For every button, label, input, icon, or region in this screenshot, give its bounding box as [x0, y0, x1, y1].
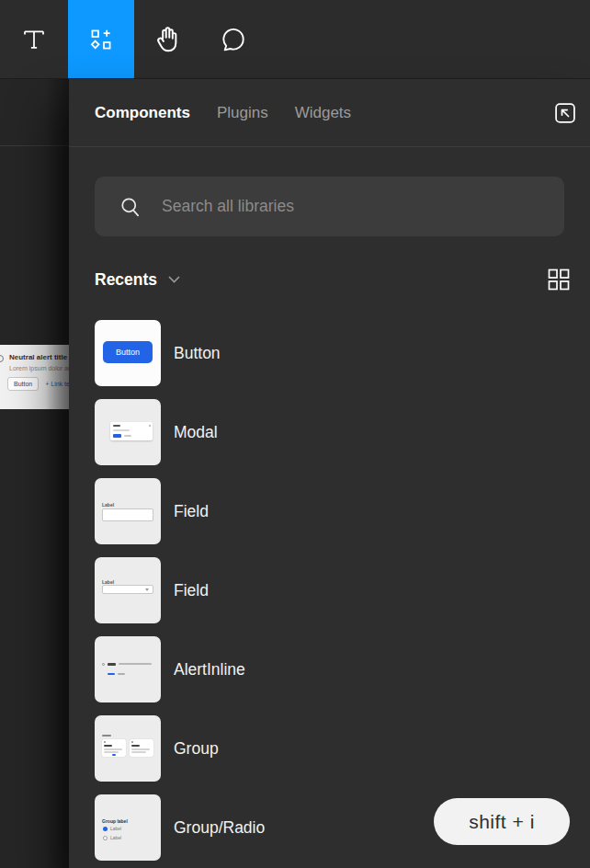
component-name: Modal — [174, 399, 218, 465]
component-thumbnail — [95, 399, 161, 465]
component-thumbnail: Label — [95, 478, 161, 544]
list-item-group[interactable]: Group — [95, 715, 590, 794]
shortcut-text: shift + i — [469, 811, 535, 833]
open-in-window-icon — [552, 100, 578, 126]
component-list: Button Button Modal Label Field — [95, 320, 590, 868]
figma-window: Neutral alert title Lorem ipsum dolor am… — [0, 0, 590, 868]
component-thumbnail: Label — [95, 557, 161, 623]
mini-modal — [110, 422, 153, 440]
text-tool-icon — [20, 25, 48, 54]
component-name: Button — [174, 320, 221, 386]
grid-view-icon — [548, 268, 570, 291]
mini-radio-option: Label — [103, 827, 121, 831]
component-name: Group — [174, 715, 219, 782]
list-item-modal[interactable]: Modal — [95, 399, 590, 478]
hand-tool-button[interactable] — [134, 0, 200, 78]
search-icon — [118, 194, 143, 220]
mini-radio-option: Label — [103, 836, 121, 840]
mini-card — [102, 739, 126, 757]
text-tool-button[interactable] — [0, 0, 68, 78]
shortcut-hint-badge: shift + i — [434, 798, 570, 845]
comment-tool-icon — [219, 25, 248, 54]
mini-button: Button — [103, 341, 153, 363]
mini-field-input — [102, 585, 153, 594]
component-thumbnail — [95, 715, 161, 782]
list-item-field-select[interactable]: Label Field — [95, 557, 590, 636]
search-input[interactable] — [162, 197, 548, 216]
component-name: Field — [174, 557, 209, 623]
list-item-field[interactable]: Label Field — [95, 478, 590, 557]
resources-panel: Components Plugins Widgets Recents — [69, 79, 590, 868]
component-thumbnail: Group label Label Label — [95, 794, 161, 861]
tab-components[interactable]: Components — [95, 104, 190, 122]
component-thumbnail — [95, 636, 161, 702]
mini-chevron-icon — [145, 588, 149, 591]
component-thumbnail: Button — [95, 320, 161, 386]
comment-tool-button[interactable] — [200, 0, 267, 78]
list-item-alertinline[interactable]: AlertInline — [95, 636, 590, 715]
canvas-area[interactable]: Neutral alert title Lorem ipsum dolor am… — [0, 79, 69, 868]
list-item-button[interactable]: Button Button — [95, 320, 590, 399]
section-header: Recents — [95, 266, 570, 293]
component-name: Field — [174, 478, 209, 544]
component-name: Group/Radio — [174, 794, 265, 861]
section-title: Recents — [95, 270, 157, 290]
recents-dropdown[interactable]: Recents — [95, 270, 180, 290]
mini-group-label: Group label — [102, 819, 128, 824]
assets-tool-button[interactable] — [68, 0, 134, 78]
mini-field-input — [102, 508, 153, 521]
open-in-window-button[interactable] — [552, 100, 578, 126]
mini-field-label: Label — [102, 503, 114, 508]
panel-shadow — [45, 79, 69, 868]
info-icon — [0, 355, 4, 362]
mini-card — [130, 739, 153, 757]
tab-plugins[interactable]: Plugins — [217, 104, 268, 122]
assets-tool-icon — [88, 27, 114, 52]
alert-button: Button — [7, 377, 39, 391]
tab-widgets[interactable]: Widgets — [295, 104, 351, 122]
chevron-down-icon — [168, 276, 180, 283]
toolbar — [0, 0, 590, 79]
radio-selected-icon — [103, 827, 108, 831]
hand-tool-icon — [152, 23, 183, 56]
radio-unselected-icon — [103, 836, 108, 840]
panel-tabs: Components Plugins Widgets — [69, 79, 590, 147]
component-name: AlertInline — [174, 636, 245, 702]
grid-view-button[interactable] — [548, 268, 570, 291]
search-box[interactable] — [95, 177, 564, 236]
